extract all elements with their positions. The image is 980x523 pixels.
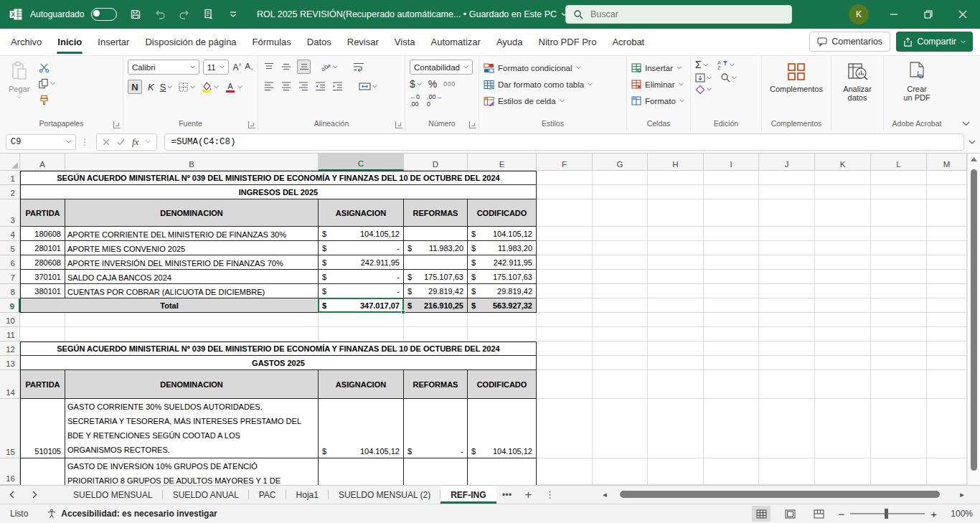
cell-F5[interactable] xyxy=(537,241,593,255)
cell-A11[interactable] xyxy=(20,327,65,341)
cell-G1[interactable] xyxy=(593,171,648,185)
cell-L11[interactable] xyxy=(871,327,927,341)
ribbon-tab-inicio[interactable]: Inicio xyxy=(50,29,90,56)
formula-bar-splitter[interactable]: ⋮ xyxy=(80,137,89,147)
addins-button[interactable]: Complementos xyxy=(765,60,827,118)
cell-A4[interactable]: 180608 xyxy=(20,227,65,241)
format-as-table-button[interactable]: Dar formato como tabla xyxy=(484,77,622,92)
cell-B5[interactable]: APORTE MIES CONVENIO 2025 xyxy=(65,241,319,255)
cell-K5[interactable] xyxy=(815,241,871,255)
align-center-icon[interactable] xyxy=(280,80,292,93)
cell-D5[interactable]: $11.983,20 xyxy=(404,241,468,255)
cell-H4[interactable] xyxy=(648,227,704,241)
align-bottom-icon[interactable] xyxy=(297,60,311,74)
vertical-scrollbar[interactable] xyxy=(967,154,980,485)
col-header-K[interactable]: K xyxy=(815,154,871,171)
cell-D15[interactable]: $- xyxy=(404,399,468,458)
vertical-scrollbar-thumb[interactable] xyxy=(971,169,977,471)
search-box[interactable] xyxy=(565,5,792,24)
sheet-tab-ref-ing[interactable]: REF-ING xyxy=(440,486,496,504)
cell-H9[interactable] xyxy=(648,298,704,313)
cell-E15[interactable]: $104.105,12 xyxy=(468,399,537,458)
cell-H13[interactable] xyxy=(648,356,704,370)
cell-K2[interactable] xyxy=(815,185,871,199)
cell-E5[interactable]: $11.983,20 xyxy=(468,241,537,255)
cell-H16[interactable] xyxy=(648,458,704,485)
find-select-button[interactable] xyxy=(720,72,737,83)
align-right-icon[interactable] xyxy=(297,80,309,93)
cell-B16[interactable]: GASTO DE INVERSION 10% GRUPOS DE ATENCIÓ… xyxy=(65,458,319,485)
cell-G3[interactable] xyxy=(593,199,648,227)
col-header-A[interactable]: A xyxy=(20,154,65,171)
comments-button[interactable]: Comentarios xyxy=(809,32,890,52)
align-middle-icon[interactable] xyxy=(280,60,292,73)
cell-C8[interactable]: $- xyxy=(319,284,404,298)
cell-J12[interactable] xyxy=(759,341,815,356)
borders-button[interactable] xyxy=(178,82,195,93)
col-header-H[interactable]: H xyxy=(648,154,704,171)
cell-J10[interactable] xyxy=(759,313,815,327)
excel-app-icon[interactable]: X xyxy=(9,7,23,22)
wrap-text-icon[interactable] xyxy=(352,60,366,74)
formula-input[interactable]: =SUMA(C4:C8) xyxy=(164,133,964,151)
header2-partida[interactable]: PARTIDA xyxy=(20,370,65,399)
cell-G5[interactable] xyxy=(593,241,648,255)
cell-H12[interactable] xyxy=(648,341,704,356)
cell-J15[interactable] xyxy=(759,399,815,458)
increase-font-icon[interactable]: A˄ xyxy=(232,62,241,72)
conditional-formatting-button[interactable]: Formato condicional xyxy=(484,60,622,75)
cell-D4[interactable] xyxy=(404,227,468,241)
clipboard-dialog-launcher[interactable] xyxy=(113,121,121,128)
bold-button[interactable]: N xyxy=(128,80,142,94)
cell-L9[interactable] xyxy=(871,298,927,313)
cell-M2[interactable] xyxy=(927,185,967,199)
cell-A10[interactable] xyxy=(20,313,65,327)
autosave-toggle[interactable] xyxy=(91,8,117,21)
cell-L16[interactable] xyxy=(871,458,927,485)
cell-C5[interactable]: $- xyxy=(319,241,404,255)
header2-denominacion[interactable]: DENOMINACION xyxy=(65,370,319,399)
fill-color-button[interactable] xyxy=(201,81,219,93)
row-header-15[interactable]: 15 xyxy=(0,399,20,458)
row-header-11[interactable]: 11 xyxy=(0,327,20,341)
cell-J13[interactable] xyxy=(759,356,815,370)
cell-E4[interactable]: $104.105,12 xyxy=(468,227,537,241)
cell-H10[interactable] xyxy=(648,313,704,327)
cell-H11[interactable] xyxy=(648,327,704,341)
cancel-entry-icon[interactable] xyxy=(103,138,110,146)
close-button[interactable] xyxy=(946,0,980,29)
font-dialog-launcher[interactable] xyxy=(248,121,255,128)
cell-J4[interactable] xyxy=(759,227,815,241)
cell-K14[interactable] xyxy=(815,370,871,399)
copy-icon[interactable] xyxy=(38,78,55,89)
cell-K13[interactable] xyxy=(815,356,871,370)
zoom-out-icon[interactable]: − xyxy=(838,508,844,520)
cell-J1[interactable] xyxy=(759,171,815,185)
font-color-button[interactable]: A xyxy=(225,81,242,93)
cell-J7[interactable] xyxy=(759,270,815,284)
cell-G2[interactable] xyxy=(593,185,648,199)
cell-styles-button[interactable]: Estilos de celda xyxy=(484,93,622,108)
row-header-7[interactable]: 7 xyxy=(0,270,20,284)
cell-C16[interactable] xyxy=(319,458,404,485)
cell-I1[interactable] xyxy=(704,171,759,185)
cell-J5[interactable] xyxy=(759,241,815,255)
cell-M12[interactable] xyxy=(927,341,967,356)
cell-H15[interactable] xyxy=(648,399,704,458)
cell-M4[interactable] xyxy=(927,227,967,241)
row-header-1[interactable]: 1 xyxy=(0,171,20,185)
cell-L5[interactable] xyxy=(871,241,927,255)
cell-F14[interactable] xyxy=(537,370,593,399)
ribbon-tab-ayuda[interactable]: Ayuda xyxy=(489,29,531,56)
cell-L8[interactable] xyxy=(871,284,927,298)
cell-L7[interactable] xyxy=(871,270,927,284)
normal-view-icon[interactable] xyxy=(752,506,771,522)
cell-F15[interactable] xyxy=(537,399,593,458)
cell-F10[interactable] xyxy=(537,313,593,327)
cell-H6[interactable] xyxy=(648,255,704,270)
cell-L6[interactable] xyxy=(871,255,927,270)
sheet-tab-pac[interactable]: PAC xyxy=(249,486,286,504)
cell-H1[interactable] xyxy=(648,171,704,185)
row-header-5[interactable]: 5 xyxy=(0,241,20,255)
sort-filter-button[interactable]: AZ xyxy=(717,60,735,70)
